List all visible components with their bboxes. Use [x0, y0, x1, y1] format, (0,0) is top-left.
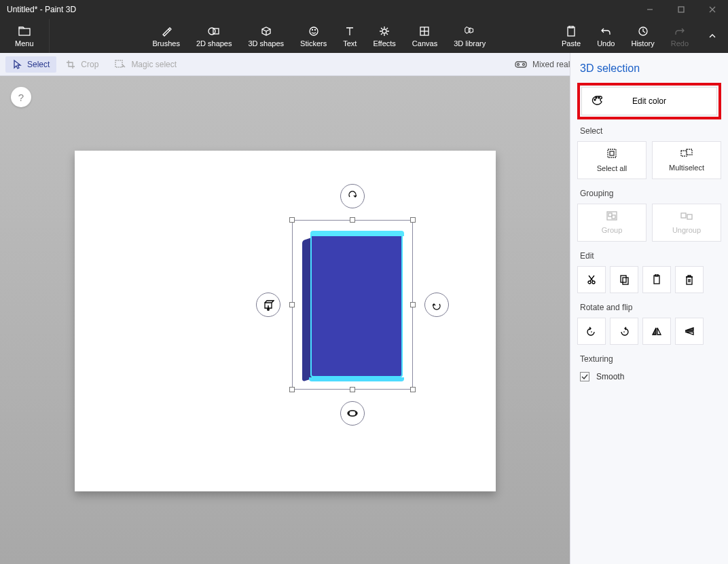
- text-tab[interactable]: Text: [335, 19, 365, 53]
- rotate-ccw-icon: [586, 326, 597, 336]
- flip-vertical-button[interactable]: [675, 318, 704, 345]
- redo-icon: [674, 24, 685, 38]
- 3d-object[interactable]: [301, 231, 404, 381]
- cut-button[interactable]: [577, 266, 606, 293]
- ungroup-icon: [680, 211, 693, 222]
- side-panel: 3D selection Edit color Select Select al…: [570, 53, 728, 564]
- 2d-shapes-tab[interactable]: 2D shapes: [188, 19, 240, 53]
- cube-bottom-highlight: [309, 377, 404, 381]
- delete-button[interactable]: [675, 266, 704, 293]
- 2d-shapes-icon: [208, 24, 220, 38]
- cube-top-highlight: [310, 231, 404, 236]
- svg-point-19: [517, 63, 519, 65]
- checkbox-icon: [580, 372, 589, 381]
- history-icon: [638, 24, 649, 38]
- resize-handle-r[interactable]: [410, 302, 416, 307]
- 3d-shapes-icon: [261, 24, 272, 38]
- canvas-label: Canvas: [412, 39, 437, 48]
- rotate-cw-button[interactable]: [610, 318, 638, 345]
- workspace[interactable]: ?: [0, 76, 570, 564]
- grouping-section-label: Grouping: [580, 189, 718, 198]
- svg-rect-33: [610, 151, 614, 155]
- collapse-ribbon-button[interactable]: [697, 19, 728, 53]
- 3d-library-tab[interactable]: 3D library: [445, 19, 494, 53]
- copy-button[interactable]: [610, 266, 638, 293]
- select-tool[interactable]: Select: [5, 56, 56, 73]
- paste-label: Paste: [562, 39, 581, 48]
- canvas-icon: [419, 24, 430, 38]
- edit-color-label: Edit color: [632, 96, 666, 106]
- menu-label: Menu: [15, 39, 34, 48]
- stickers-tab[interactable]: Stickers: [292, 19, 335, 53]
- help-button[interactable]: ?: [11, 87, 31, 107]
- resize-handle-bl[interactable]: [289, 387, 295, 392]
- selection-box[interactable]: [292, 220, 413, 390]
- flip-h-icon: [651, 326, 662, 336]
- cursor-icon: [12, 59, 22, 70]
- magic-select-tool: Magic select: [108, 57, 183, 72]
- resize-handle-br[interactable]: [410, 387, 416, 392]
- panel-title: 3D selection: [577, 53, 721, 81]
- svg-rect-35: [687, 149, 692, 155]
- close-button[interactable]: [697, 0, 728, 19]
- multiselect-label: Multiselect: [669, 164, 704, 172]
- svg-rect-17: [115, 60, 122, 67]
- canvas-tab[interactable]: Canvas: [404, 19, 445, 53]
- svg-point-29: [594, 99, 596, 100]
- rotate-ccw-button[interactable]: [577, 318, 606, 345]
- cut-icon: [587, 274, 596, 285]
- title-bar: Untitled* - Paint 3D: [0, 0, 728, 19]
- effects-icon: [379, 24, 390, 38]
- rotate-y-handle[interactable]: [424, 293, 449, 317]
- undo-label: Undo: [597, 39, 615, 48]
- history-button[interactable]: History: [623, 19, 662, 53]
- minimize-button[interactable]: [634, 0, 666, 19]
- resize-handle-t[interactable]: [350, 217, 355, 223]
- svg-rect-40: [687, 214, 692, 219]
- menu-button[interactable]: Menu: [0, 19, 50, 53]
- stickers-label: Stickers: [300, 39, 327, 48]
- group-label: Group: [602, 226, 623, 234]
- svg-rect-1: [678, 7, 684, 12]
- flip-horizontal-button[interactable]: [642, 318, 671, 345]
- paste-button[interactable]: Paste: [553, 19, 589, 53]
- delete-icon: [685, 274, 693, 285]
- ungroup-label: Ungroup: [672, 226, 701, 234]
- library-label: 3D library: [454, 39, 486, 48]
- brushes-tab[interactable]: Brushes: [145, 19, 188, 53]
- svg-point-9: [314, 30, 315, 31]
- resize-handle-tl[interactable]: [289, 217, 295, 223]
- smooth-checkbox-row[interactable]: Smooth: [577, 369, 721, 384]
- rotate-x-handle[interactable]: [256, 293, 280, 317]
- 3d-shapes-label: 3D shapes: [248, 39, 284, 48]
- cube-front-face: [310, 233, 403, 377]
- multiselect-button[interactable]: Multiselect: [652, 141, 721, 179]
- svg-point-49: [623, 331, 625, 333]
- undo-icon: [600, 24, 611, 38]
- maximize-button[interactable]: [666, 0, 697, 19]
- resize-handle-b[interactable]: [350, 387, 355, 392]
- flip-v-icon: [684, 326, 695, 336]
- select-all-button[interactable]: Select all: [577, 141, 647, 179]
- svg-point-10: [382, 29, 386, 33]
- paste-icon: [653, 274, 661, 285]
- ribbon: Menu Brushes 2D shapes 3D shapes Sticker…: [0, 19, 728, 53]
- effects-label: Effects: [373, 39, 395, 48]
- svg-rect-39: [681, 213, 686, 218]
- paste-button-panel[interactable]: [642, 266, 671, 293]
- brush-icon: [161, 24, 172, 38]
- scrollbar[interactable]: [570, 73, 570, 358]
- library-icon: [464, 24, 476, 38]
- redo-button: Redo: [663, 19, 697, 53]
- resize-handle-l[interactable]: [289, 302, 295, 307]
- svg-rect-44: [623, 278, 628, 284]
- effects-tab[interactable]: Effects: [365, 19, 403, 53]
- canvas-area[interactable]: [75, 151, 496, 491]
- svg-point-42: [592, 281, 595, 284]
- z-depth-handle[interactable]: [340, 401, 365, 426]
- undo-button[interactable]: Undo: [589, 19, 623, 53]
- edit-color-button[interactable]: Edit color: [581, 87, 717, 115]
- 3d-shapes-tab[interactable]: 3D shapes: [240, 19, 292, 53]
- rotate-z-handle[interactable]: [340, 184, 365, 208]
- resize-handle-tr[interactable]: [410, 217, 416, 223]
